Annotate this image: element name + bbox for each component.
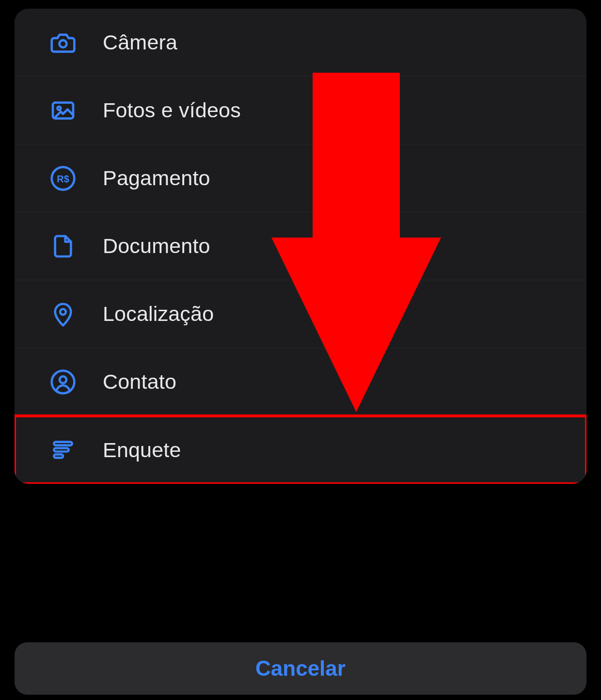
svg-point-2 xyxy=(57,106,61,110)
document-icon xyxy=(48,232,78,261)
photo-icon xyxy=(48,96,78,125)
svg-point-5 xyxy=(60,309,66,315)
menu-item-label: Pagamento xyxy=(103,166,210,190)
svg-rect-8 xyxy=(54,442,72,445)
menu-item-payment[interactable]: R$ Pagamento xyxy=(15,144,586,212)
menu-item-contact[interactable]: Contato xyxy=(15,348,586,416)
attachment-action-sheet: Câmera Fotos e vídeos R$ Pagamento Docum… xyxy=(15,9,586,484)
svg-text:R$: R$ xyxy=(57,174,69,184)
menu-item-label: Localização xyxy=(103,302,214,326)
svg-point-0 xyxy=(60,40,67,47)
svg-rect-9 xyxy=(54,448,68,452)
menu-item-label: Contato xyxy=(103,370,176,394)
svg-point-7 xyxy=(60,376,66,383)
location-icon xyxy=(48,300,78,329)
payment-icon: R$ xyxy=(48,164,78,193)
menu-item-label: Enquete xyxy=(103,438,181,462)
poll-icon xyxy=(48,435,78,464)
menu-item-label: Documento xyxy=(103,234,210,258)
menu-item-label: Câmera xyxy=(103,31,177,54)
menu-item-poll[interactable]: Enquete xyxy=(15,416,586,484)
menu-item-label: Fotos e vídeos xyxy=(103,98,241,122)
menu-item-document[interactable]: Documento xyxy=(15,212,586,280)
camera-icon xyxy=(48,28,78,57)
svg-rect-10 xyxy=(54,454,63,458)
menu-item-camera[interactable]: Câmera xyxy=(15,9,586,77)
cancel-label: Cancelar xyxy=(255,656,346,681)
cancel-button[interactable]: Cancelar xyxy=(15,642,586,695)
menu-item-photos-videos[interactable]: Fotos e vídeos xyxy=(15,77,586,144)
menu-item-location[interactable]: Localização xyxy=(15,280,586,348)
contact-icon xyxy=(48,367,78,397)
